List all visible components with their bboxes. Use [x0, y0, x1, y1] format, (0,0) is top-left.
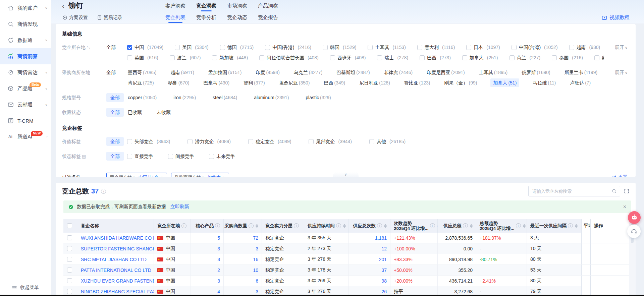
cell-buyers[interactable]: 16 — [224, 254, 262, 264]
checkbox[interactable] — [466, 45, 471, 50]
row-checkbox[interactable] — [67, 289, 72, 294]
cell-times[interactable]: 98 — [349, 276, 390, 286]
filter-option-奥地利[interactable]: 奥地利(171) — [594, 53, 604, 62]
expand-button[interactable]: 展开∨ — [615, 43, 628, 52]
tool-贸易记录[interactable]: 贸易记录 — [97, 15, 122, 21]
checkbox[interactable] — [417, 45, 422, 50]
filter-option-间接竞争[interactable]: 间接竞争 — [168, 152, 194, 161]
info-icon[interactable]: i — [294, 223, 299, 228]
info-icon[interactable]: i — [463, 223, 468, 228]
checkbox[interactable] — [248, 139, 253, 144]
info-icon[interactable]: i — [181, 223, 186, 228]
cell-core[interactable]: 3 — [191, 254, 224, 264]
filter-option-乌克兰[interactable]: 乌克兰(4277) — [293, 68, 323, 77]
filter-option-中国[interactable]: 中国(17049) — [127, 43, 163, 52]
filter-option-尾部竞企[interactable]: 尾部竞企(3944) — [309, 137, 352, 146]
filter-option-plastic[interactable]: plastic(329) — [305, 93, 331, 102]
filter-option-头部竞企[interactable]: 头部竞企(3943) — [127, 137, 170, 146]
video-tutorial-button[interactable]: 视频教程 — [601, 12, 630, 23]
filter-option-加拿大[interactable]: 加拿大(251) — [462, 53, 498, 62]
filter-option-斯里兰卡[interactable]: 斯里兰卡(1199) — [564, 68, 598, 77]
sort-desc-arrow[interactable] — [470, 226, 473, 228]
sidebar-item-我的账户[interactable]: 我的账户∨ — [0, 0, 51, 16]
sort-desc-arrow[interactable] — [343, 226, 346, 228]
checkbox[interactable] — [512, 45, 517, 50]
all-option[interactable]: 全部 — [106, 152, 124, 161]
filter-option-荷兰[interactable]: 荷兰(227) — [509, 53, 541, 62]
info-icon[interactable]: i — [249, 223, 254, 228]
filter-option-英国[interactable]: 英国(616) — [127, 53, 158, 62]
sort-icon[interactable] — [470, 224, 473, 228]
info-icon[interactable]: i — [568, 223, 573, 228]
all-option[interactable]: 全部 — [106, 93, 124, 102]
filter-option-尼日利亚[interactable]: 尼日利亚(128) — [359, 78, 391, 87]
cell-times[interactable]: 1,181 — [349, 233, 390, 243]
filter-option-德国[interactable]: 德国(2715) — [220, 43, 254, 52]
sort-desc-arrow[interactable] — [575, 226, 578, 228]
sort-asc-arrow[interactable] — [384, 224, 387, 226]
sidebar-item-产品通[interactable]: 产品通Beta∨ — [0, 80, 51, 97]
filter-option-稳定竞企[interactable]: 稳定竞企(4089) — [248, 137, 291, 146]
filter-option-刚果（金）[interactable]: 刚果（金）(99) — [444, 78, 478, 87]
row-checkbox[interactable] — [67, 246, 72, 251]
checkbox-checked[interactable] — [127, 45, 132, 50]
filter-option-波兰[interactable]: 波兰(607) — [170, 53, 201, 62]
collapse-filter-panel-button[interactable]: ∨ — [333, 172, 359, 177]
filter-option-卢旺达[interactable]: 卢旺达(7) — [569, 78, 591, 87]
sort-icon[interactable] — [256, 224, 258, 228]
checkbox[interactable] — [220, 45, 225, 50]
sidebar-item-云邮通[interactable]: 云邮通∨ — [0, 97, 51, 113]
filter-option-其他[interactable]: 其他(26185) — [369, 137, 406, 146]
sort-icon[interactable] — [523, 224, 526, 228]
cell-core[interactable]: 3 — [191, 243, 224, 254]
filter-option-越南[interactable]: 越南(930) — [569, 43, 600, 52]
checkbox[interactable] — [265, 45, 270, 50]
sort-icon[interactable] — [343, 224, 346, 228]
sort-asc-arrow[interactable] — [575, 224, 578, 226]
checkbox[interactable] — [127, 55, 132, 60]
filter-option-秘鲁[interactable]: 秘鲁(670) — [167, 78, 190, 87]
tab-竞企洞察[interactable]: 竞企洞察 — [196, 3, 216, 9]
subtab-竞企列表[interactable]: 竞企列表 — [165, 14, 185, 21]
sort-desc-arrow[interactable] — [384, 226, 387, 228]
info-icon[interactable]: i — [516, 223, 521, 228]
cell-buyers[interactable]: 10 — [224, 265, 262, 275]
collapse-menu-button[interactable]: 收起菜单 — [11, 285, 39, 291]
subtab-竞企报告[interactable]: 竞企报告 — [258, 14, 278, 21]
sort-asc-arrow[interactable] — [470, 224, 473, 226]
filter-option-中国(香港)[interactable]: 中国(香港)(2416) — [265, 43, 311, 52]
checkbox[interactable] — [127, 139, 132, 144]
checkbox[interactable] — [509, 55, 515, 60]
filter-option-墨西哥[interactable]: 墨西哥(7085) — [127, 68, 157, 77]
sort-desc-arrow[interactable] — [256, 226, 258, 228]
info-icon[interactable]: i — [215, 223, 220, 228]
all-option[interactable]: 全部 — [106, 137, 124, 146]
filter-option-瑞士[interactable]: 瑞士(278) — [377, 53, 408, 62]
info-icon[interactable]: i — [336, 223, 341, 228]
filter-option-巴西[interactable]: 巴西(349) — [323, 78, 346, 87]
remove-chip-icon[interactable]: × — [161, 175, 163, 177]
filter-option-印度尼西亚[interactable]: 印度尼西亚(2091) — [426, 68, 465, 77]
reset-button[interactable]: 重置 — [611, 174, 628, 177]
filter-option-印度[interactable]: 印度(4594) — [255, 68, 280, 77]
filter-option-日本[interactable]: 日本(1097) — [466, 43, 500, 52]
select-all-checkbox[interactable] — [67, 223, 72, 228]
checkbox[interactable] — [369, 139, 374, 144]
filter-option-直接竞争[interactable]: 直接竞争 — [127, 152, 153, 161]
sort-asc-arrow[interactable] — [256, 224, 258, 226]
filter-option-智利[interactable]: 智利(377) — [243, 78, 266, 87]
expand-button[interactable]: 展开∨ — [615, 68, 628, 77]
checkbox[interactable] — [209, 154, 214, 159]
filter-option-潜力竞企[interactable]: 潜力竞企(4089) — [187, 137, 230, 146]
cell-buyers[interactable]: 72 — [224, 233, 262, 243]
filter-option-steel[interactable]: steel(4684) — [212, 93, 238, 102]
back-button[interactable]: ‹ — [62, 1, 64, 10]
assistant-float-icon[interactable] — [628, 211, 641, 224]
cell-core[interactable]: 3 — [191, 276, 224, 286]
cell-times[interactable]: 201 — [349, 254, 390, 264]
sidebar-item-数据通[interactable]: 数据通∨ — [0, 32, 51, 48]
checkbox[interactable] — [168, 154, 173, 159]
sidebar-item-商情雷达[interactable]: 商情雷达∨ — [0, 64, 51, 80]
checkbox[interactable] — [368, 45, 373, 50]
sort-asc-arrow[interactable] — [343, 224, 346, 226]
